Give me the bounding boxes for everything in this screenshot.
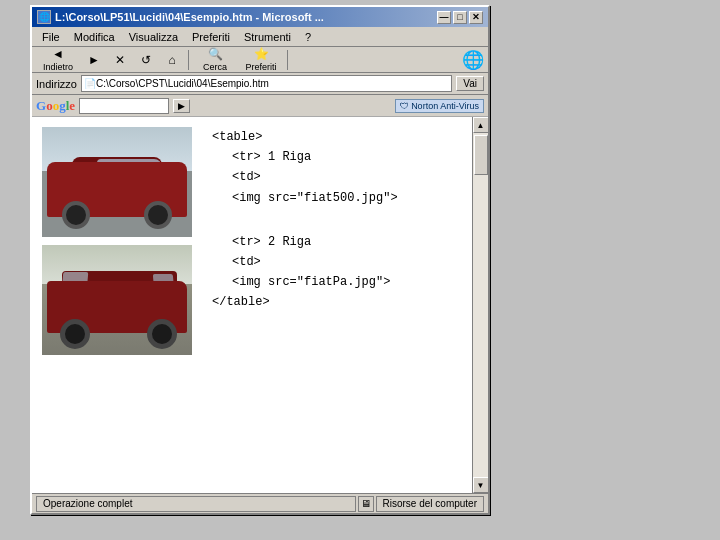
maximize-button[interactable]: □	[453, 11, 467, 24]
tr-tag-2: <tr>	[232, 235, 261, 249]
table-row-2-image	[42, 245, 192, 355]
code-explanation: <table> <tr> 1 Riga <td> <img src="fiat5…	[212, 127, 462, 483]
tag-table: <table>	[212, 128, 462, 147]
status-text: Operazione complet	[43, 498, 133, 509]
row2-label: 2 Riga	[268, 235, 311, 249]
scroll-down-button[interactable]: ▼	[473, 477, 489, 493]
favorites-icon: ⭐	[254, 47, 269, 61]
close-button[interactable]: ✕	[469, 11, 483, 24]
content-area: <table> <tr> 1 Riga <td> <img src="fiat5…	[32, 117, 488, 493]
google-search-button[interactable]: ▶	[173, 99, 190, 113]
car1-wheel-left	[62, 201, 90, 229]
forward-button[interactable]: ►	[82, 49, 106, 71]
toolbar-separator-2	[287, 50, 288, 70]
car1-wheel-right	[144, 201, 172, 229]
favorites-button[interactable]: ⭐ Preferiti	[239, 49, 283, 71]
norton-label: Norton Anti-Virus	[411, 101, 479, 111]
home-icon: ⌂	[168, 53, 175, 67]
webpage: <table> <tr> 1 Riga <td> <img src="fiat5…	[32, 117, 472, 493]
tag-close-table: </table>	[212, 293, 462, 312]
scroll-thumb[interactable]	[474, 135, 488, 175]
html-table	[42, 127, 192, 483]
toolbar: ◄ Indietro ► ✕ ↺ ⌂ 🔍 Cerca ⭐ Preferiti 🌐	[32, 47, 488, 73]
status-pane-2: Risorse del computer	[376, 496, 484, 512]
titlebar-left: 🌐 L:\Corso\LP51\Lucidi\04\Esempio.htm - …	[37, 10, 324, 24]
address-label: Indirizzo	[36, 78, 77, 90]
car2-wheel-left	[60, 319, 90, 349]
status-text-pane: Operazione complet	[36, 496, 356, 512]
browser-window: 🌐 L:\Corso\LP51\Lucidi\04\Esempio.htm - …	[30, 5, 490, 515]
code-block-row1: <table> <tr> 1 Riga <td> <img src="fiat5…	[212, 128, 462, 208]
tag-td-2: <td>	[212, 253, 462, 272]
address-input-container: 📄 C:\Corso\CPST\Lucidi\04\Esempio.htm	[81, 75, 452, 92]
address-value[interactable]: C:\Corso\CPST\Lucidi\04\Esempio.htm	[96, 78, 269, 89]
status-pane-2-text: Risorse del computer	[383, 498, 477, 509]
refresh-icon: ↺	[141, 53, 151, 67]
home-button[interactable]: ⌂	[160, 49, 184, 71]
minimize-button[interactable]: —	[437, 11, 451, 24]
titlebar-buttons: — □ ✕	[437, 11, 483, 24]
ie-logo: 🌐	[462, 49, 484, 71]
google-logo: Google	[36, 98, 75, 114]
scroll-track	[473, 133, 489, 477]
addressbar: Indirizzo 📄 C:\Corso\CPST\Lucidi\04\Esem…	[32, 73, 488, 95]
page-icon: 📄	[84, 78, 96, 89]
tr-tag-1: <tr>	[232, 150, 261, 164]
tag-img-2: <img src="fiatPa.jpg">	[212, 273, 462, 292]
search-button[interactable]: 🔍 Cerca	[193, 49, 237, 71]
menu-modifica[interactable]: Modifica	[68, 29, 121, 45]
menu-help[interactable]: ?	[299, 29, 317, 45]
google-toolbar: Google ▶ 🛡 Norton Anti-Virus	[32, 95, 488, 117]
menu-preferiti[interactable]: Preferiti	[186, 29, 236, 45]
back-label: Indietro	[43, 62, 73, 72]
back-icon: ◄	[52, 47, 64, 61]
norton-icon: 🛡	[400, 101, 409, 111]
code-block-row2: <tr> 2 Riga <td> <img src="fiatPa.jpg"> …	[212, 233, 462, 313]
go-button[interactable]: Vai	[456, 76, 484, 91]
favorites-label: Preferiti	[245, 62, 276, 72]
menu-strumenti[interactable]: Strumenti	[238, 29, 297, 45]
window-title: L:\Corso\LP51\Lucidi\04\Esempio.htm - Mi…	[55, 11, 324, 23]
back-button[interactable]: ◄ Indietro	[36, 49, 80, 71]
stop-icon: ✕	[115, 53, 125, 67]
stop-button[interactable]: ✕	[108, 49, 132, 71]
refresh-button[interactable]: ↺	[134, 49, 158, 71]
search-label: Cerca	[203, 62, 227, 72]
row1-label: 1 Riga	[268, 150, 311, 164]
tag-tr-2: <tr> 2 Riga	[212, 233, 462, 252]
titlebar: 🌐 L:\Corso\LP51\Lucidi\04\Esempio.htm - …	[32, 7, 488, 27]
norton-badge: 🛡 Norton Anti-Virus	[395, 99, 484, 113]
statusbar: Operazione complet 🖥 Risorse del compute…	[32, 493, 488, 513]
status-icon-1: 🖥	[358, 496, 374, 512]
tag-tr-1: <tr> 1 Riga	[212, 148, 462, 167]
tag-td-1: <td>	[212, 168, 462, 187]
browser-icon: 🌐	[37, 10, 51, 24]
google-search-input[interactable]	[79, 98, 169, 114]
fiatpanda-image	[42, 245, 192, 355]
forward-icon: ►	[88, 53, 100, 67]
scroll-up-button[interactable]: ▲	[473, 117, 489, 133]
menubar: File Modifica Visualizza Preferiti Strum…	[32, 27, 488, 47]
fiat500-image	[42, 127, 192, 237]
spacer	[212, 216, 462, 232]
table-row-1-image	[42, 127, 192, 237]
search-icon: 🔍	[208, 47, 223, 61]
menu-file[interactable]: File	[36, 29, 66, 45]
toolbar-separator-1	[188, 50, 189, 70]
tag-img-1: <img src="fiat500.jpg">	[212, 189, 462, 208]
scrollbar[interactable]: ▲ ▼	[472, 117, 488, 493]
menu-visualizza[interactable]: Visualizza	[123, 29, 184, 45]
car2-wheel-right	[147, 319, 177, 349]
